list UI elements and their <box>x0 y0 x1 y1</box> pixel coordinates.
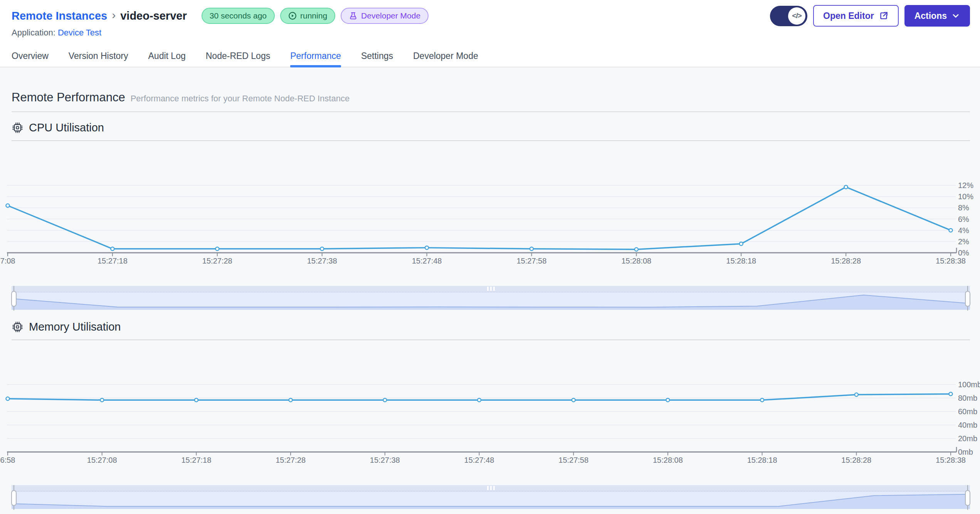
running-status-label: running <box>300 11 327 20</box>
breadcrumb-parent-link[interactable]: Remote Instances <box>12 10 107 22</box>
application-link[interactable]: Device Test <box>58 28 101 37</box>
cpu-section-title: CPU Utilisation <box>29 121 104 134</box>
application-label: Application: <box>12 28 55 37</box>
svg-text:15:27:38: 15:27:38 <box>307 257 337 265</box>
instance-tabs: Overview Version History Audit Log Node-… <box>0 45 980 67</box>
tab-node-red-logs[interactable]: Node-RED Logs <box>206 45 270 67</box>
tab-overview[interactable]: Overview <box>12 45 49 67</box>
cpu-chart: 0%2%4%6%8%10%12%7:0815:27:1815:27:2815:2… <box>0 141 980 268</box>
svg-text:15:27:28: 15:27:28 <box>276 456 306 464</box>
memory-brush-preview[interactable] <box>12 492 970 509</box>
svg-text:15:27:18: 15:27:18 <box>97 257 128 265</box>
svg-text:2%: 2% <box>958 237 969 246</box>
tab-performance[interactable]: Performance <box>290 45 341 67</box>
svg-text:8%: 8% <box>958 203 969 212</box>
svg-text:15:28:38: 15:28:38 <box>936 456 966 464</box>
cpu-section-header: CPU Utilisation <box>12 121 970 141</box>
memory-brush-handle-left[interactable] <box>11 490 17 506</box>
svg-text:15:27:08: 15:27:08 <box>87 456 117 464</box>
editor-availability-toggle[interactable]: </> <box>770 6 807 26</box>
svg-text:15:28:08: 15:28:08 <box>653 456 683 464</box>
svg-text:7:08: 7:08 <box>0 257 15 265</box>
page-header: Remote Instances › video-server 30 secon… <box>0 0 980 40</box>
play-circle-icon <box>288 12 297 20</box>
cpu-chart-brush[interactable] <box>12 286 970 311</box>
breadcrumb: Remote Instances › video-server <box>12 9 187 22</box>
chevron-down-icon <box>951 12 960 20</box>
cpu-brush-handle-left[interactable] <box>11 291 17 307</box>
svg-text:15:28:38: 15:28:38 <box>936 257 966 265</box>
drag-grip-icon <box>487 287 495 291</box>
cpu-brush-handle-right[interactable] <box>965 291 970 307</box>
developer-mode-label: Developer Mode <box>361 11 420 20</box>
cpu-brush-drag-bar[interactable] <box>12 286 970 292</box>
breadcrumb-current: video-server <box>120 10 187 22</box>
memory-brush-handle-right[interactable] <box>965 490 970 506</box>
tab-version-history[interactable]: Version History <box>69 45 128 67</box>
page-title: Remote Performance <box>12 91 125 104</box>
svg-text:15:27:48: 15:27:48 <box>464 456 494 464</box>
external-link-icon <box>879 11 889 21</box>
open-editor-button[interactable]: Open Editor <box>813 5 899 27</box>
svg-text:12%: 12% <box>958 181 973 190</box>
svg-text:15:27:28: 15:27:28 <box>202 257 232 265</box>
tab-audit-log[interactable]: Audit Log <box>148 45 186 67</box>
svg-text:20mb: 20mb <box>958 434 977 443</box>
tab-developer-mode[interactable]: Developer Mode <box>413 45 478 67</box>
svg-text:40mb: 40mb <box>958 421 977 429</box>
svg-text:15:28:28: 15:28:28 <box>831 257 861 265</box>
page-subtitle: Performance metrics for your Remote Node… <box>131 94 350 104</box>
tab-settings[interactable]: Settings <box>361 45 393 67</box>
memory-chart: 0mb20mb40mb60mb80mb100mb6:5815:27:0815:2… <box>0 340 980 467</box>
svg-text:4%: 4% <box>958 226 969 235</box>
svg-text:15:28:08: 15:28:08 <box>621 257 651 265</box>
svg-text:15:28:18: 15:28:18 <box>726 257 756 265</box>
svg-text:15:28:18: 15:28:18 <box>747 456 777 464</box>
code-icon: </> <box>788 7 805 25</box>
actions-button[interactable]: Actions <box>904 5 970 27</box>
running-status-badge: running <box>280 8 335 24</box>
svg-text:10%: 10% <box>958 192 973 201</box>
memory-brush-drag-bar[interactable] <box>12 485 970 492</box>
breadcrumb-separator-icon: › <box>112 8 116 22</box>
svg-text:80mb: 80mb <box>958 394 977 402</box>
svg-text:0mb: 0mb <box>958 448 973 456</box>
svg-text:15:27:58: 15:27:58 <box>558 456 588 464</box>
last-seen-label: 30 seconds ago <box>210 11 267 20</box>
cpu-chip-icon <box>12 321 24 333</box>
page-head: Remote Performance Performance metrics f… <box>12 91 970 112</box>
svg-text:60mb: 60mb <box>958 407 977 416</box>
application-row: Application: Device Test <box>12 28 970 40</box>
beaker-icon <box>349 12 358 20</box>
svg-text:15:27:58: 15:27:58 <box>517 257 547 265</box>
svg-text:15:27:18: 15:27:18 <box>181 456 211 464</box>
svg-text:15:27:48: 15:27:48 <box>412 257 442 265</box>
svg-text:100mb: 100mb <box>958 380 980 389</box>
svg-text:6%: 6% <box>958 215 969 223</box>
last-seen-badge: 30 seconds ago <box>202 8 275 24</box>
performance-panel: Remote Performance Performance metrics f… <box>0 67 980 514</box>
svg-text:15:27:38: 15:27:38 <box>370 456 400 464</box>
memory-section-header: Memory Utilisation <box>12 321 970 340</box>
cpu-chip-icon <box>12 122 24 134</box>
svg-text:15:28:28: 15:28:28 <box>841 456 871 464</box>
open-editor-label: Open Editor <box>823 11 874 21</box>
svg-text:6:58: 6:58 <box>0 456 15 464</box>
actions-label: Actions <box>914 11 947 21</box>
memory-section-title: Memory Utilisation <box>29 321 121 333</box>
drag-grip-icon <box>487 486 495 490</box>
status-badges: 30 seconds ago running Developer Mode <box>202 8 429 24</box>
developer-mode-badge: Developer Mode <box>341 8 429 24</box>
svg-text:0%: 0% <box>958 249 969 257</box>
cpu-brush-preview[interactable] <box>12 292 970 310</box>
memory-chart-brush[interactable] <box>12 485 970 510</box>
